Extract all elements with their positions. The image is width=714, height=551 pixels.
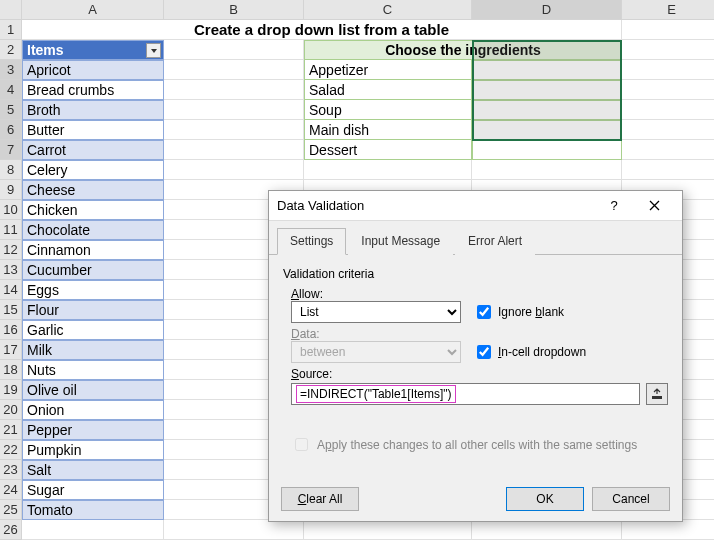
cell-D4[interactable] [472, 80, 622, 100]
cell-C8[interactable] [304, 160, 472, 180]
row-header-10[interactable]: 10 [0, 200, 22, 220]
cell-D8[interactable] [472, 160, 622, 180]
cell-C4[interactable]: Salad [304, 80, 472, 100]
cell-E8[interactable] [622, 160, 714, 180]
cell-A12[interactable]: Cinnamon [22, 240, 164, 260]
cell-B8[interactable] [164, 160, 304, 180]
col-header-E[interactable]: E [622, 0, 714, 20]
row-header-12[interactable]: 12 [0, 240, 22, 260]
row-header-7[interactable]: 7 [0, 140, 22, 160]
cell-B26[interactable] [164, 520, 304, 540]
cell-A15[interactable]: Flour [22, 300, 164, 320]
row-header-11[interactable]: 11 [0, 220, 22, 240]
cell-A6[interactable]: Butter [22, 120, 164, 140]
cell-C2[interactable]: Choose the ingredients [304, 40, 622, 60]
cell-D6[interactable] [472, 120, 622, 140]
incell-dropdown-checkbox[interactable]: In-cell dropdown [473, 342, 586, 362]
cell-B7[interactable] [164, 140, 304, 160]
cell-C26[interactable] [304, 520, 472, 540]
row-header-23[interactable]: 23 [0, 460, 22, 480]
cell-A3[interactable]: Apricot [22, 60, 164, 80]
cell-E4[interactable] [622, 80, 714, 100]
row-header-2[interactable]: 2 [0, 40, 22, 60]
cell-E7[interactable] [622, 140, 714, 160]
row-header-22[interactable]: 22 [0, 440, 22, 460]
col-header-B[interactable]: B [164, 0, 304, 20]
row-header-20[interactable]: 20 [0, 400, 22, 420]
corner-cell[interactable] [0, 0, 22, 20]
row-header-26[interactable]: 26 [0, 520, 22, 540]
cell-C6[interactable]: Main dish [304, 120, 472, 140]
cell-A22[interactable]: Pumpkin [22, 440, 164, 460]
ok-button[interactable]: OK [506, 487, 584, 511]
cell-A10[interactable]: Chicken [22, 200, 164, 220]
cell-E5[interactable] [622, 100, 714, 120]
cell-D5[interactable] [472, 100, 622, 120]
cell-D7[interactable] [472, 140, 622, 160]
cell-E1[interactable] [622, 20, 714, 40]
row-header-5[interactable]: 5 [0, 100, 22, 120]
cell-A25[interactable]: Tomato [22, 500, 164, 520]
cell-B4[interactable] [164, 80, 304, 100]
cell-A7[interactable]: Carrot [22, 140, 164, 160]
cell-A20[interactable]: Onion [22, 400, 164, 420]
cell-A21[interactable]: Pepper [22, 420, 164, 440]
cell-C5[interactable]: Soup [304, 100, 472, 120]
row-header-13[interactable]: 13 [0, 260, 22, 280]
row-header-24[interactable]: 24 [0, 480, 22, 500]
cell-A19[interactable]: Olive oil [22, 380, 164, 400]
cell-A26[interactable] [22, 520, 164, 540]
cell-A5[interactable]: Broth [22, 100, 164, 120]
allow-select[interactable]: List [291, 301, 461, 323]
cell-A14[interactable]: Eggs [22, 280, 164, 300]
cell-A24[interactable]: Sugar [22, 480, 164, 500]
tab-settings[interactable]: Settings [277, 228, 346, 255]
row-header-19[interactable]: 19 [0, 380, 22, 400]
row-header-3[interactable]: 3 [0, 60, 22, 80]
cell-A16[interactable]: Garlic [22, 320, 164, 340]
help-button[interactable]: ? [594, 192, 634, 220]
tab-input-message[interactable]: Input Message [348, 228, 453, 255]
cell-B5[interactable] [164, 100, 304, 120]
cell-E3[interactable] [622, 60, 714, 80]
row-header-15[interactable]: 15 [0, 300, 22, 320]
tab-error-alert[interactable]: Error Alert [455, 228, 535, 255]
row-header-16[interactable]: 16 [0, 320, 22, 340]
cell-D26[interactable] [472, 520, 622, 540]
row-header-25[interactable]: 25 [0, 500, 22, 520]
cell-E26[interactable] [622, 520, 714, 540]
cell-A2[interactable]: Items [22, 40, 164, 60]
row-header-18[interactable]: 18 [0, 360, 22, 380]
row-header-1[interactable]: 1 [0, 20, 22, 40]
row-header-4[interactable]: 4 [0, 80, 22, 100]
row-header-9[interactable]: 9 [0, 180, 22, 200]
row-header-8[interactable]: 8 [0, 160, 22, 180]
row-header-14[interactable]: 14 [0, 280, 22, 300]
cell-A11[interactable]: Chocolate [22, 220, 164, 240]
cell-A13[interactable]: Cucumber [22, 260, 164, 280]
cell-B6[interactable] [164, 120, 304, 140]
row-header-17[interactable]: 17 [0, 340, 22, 360]
cell-D3[interactable] [472, 60, 622, 80]
cell-A23[interactable]: Salt [22, 460, 164, 480]
cell-B2[interactable] [164, 40, 304, 60]
close-icon[interactable] [634, 192, 674, 220]
row-header-21[interactable]: 21 [0, 420, 22, 440]
cell-C3[interactable]: Appetizer [304, 60, 472, 80]
cell-E2[interactable] [622, 40, 714, 60]
cell-E6[interactable] [622, 120, 714, 140]
cell-A18[interactable]: Nuts [22, 360, 164, 380]
collapse-dialog-icon[interactable] [646, 383, 668, 405]
ignore-blank-checkbox[interactable]: Ignore blank [473, 302, 564, 322]
cell-C7[interactable]: Dessert [304, 140, 472, 160]
col-header-A[interactable]: A [22, 0, 164, 20]
cancel-button[interactable]: Cancel [592, 487, 670, 511]
clear-all-button[interactable]: Clear All [281, 487, 359, 511]
filter-dropdown-icon[interactable] [146, 43, 161, 58]
source-input[interactable]: =INDIRECT("Table1[Items]") [291, 383, 640, 405]
cell-A1[interactable]: Create a drop down list from a table [22, 20, 622, 40]
cell-A9[interactable]: Cheese [22, 180, 164, 200]
ignore-blank-input[interactable] [477, 305, 491, 319]
col-header-D[interactable]: D [472, 0, 622, 20]
cell-A17[interactable]: Milk [22, 340, 164, 360]
